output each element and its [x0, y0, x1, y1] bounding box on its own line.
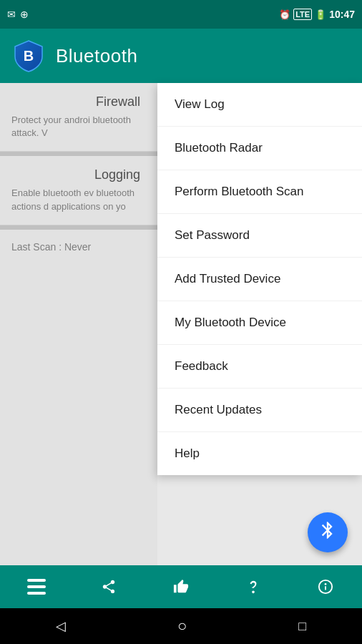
- app-bar: B Bluetooth: [0, 29, 362, 83]
- menu-item-feedback[interactable]: Feedback: [157, 345, 362, 389]
- dropdown-menu: View Log Bluetooth Radar Perform Bluetoo…: [157, 83, 362, 475]
- nav-item-info[interactable]: [290, 565, 362, 608]
- menu-item-add-trusted-device[interactable]: Add Trusted Device: [157, 258, 362, 301]
- menu-item-bluetooth-radar[interactable]: Bluetooth Radar: [157, 127, 362, 170]
- recent-button[interactable]: □: [298, 619, 306, 634]
- svg-text:B: B: [24, 48, 34, 64]
- svg-rect-3: [27, 592, 46, 595]
- menu-item-my-bluetooth-device[interactable]: My Bluetooth Device: [157, 301, 362, 345]
- app-title: Bluetooth: [56, 45, 137, 67]
- menu-overlay: [0, 83, 157, 565]
- bluetooth-fab-icon: [318, 520, 338, 545]
- nav-item-menu[interactable]: [0, 565, 72, 608]
- hamburger-icon: [27, 579, 46, 595]
- back-button[interactable]: ◁: [56, 618, 66, 634]
- menu-item-view-log[interactable]: View Log: [157, 83, 362, 127]
- nav-item-share[interactable]: [72, 565, 145, 608]
- envelope-icon: ✉: [7, 9, 16, 20]
- shield-logo-icon: B: [12, 39, 45, 72]
- svg-rect-2: [27, 585, 46, 588]
- menu-item-perform-bluetooth-scan[interactable]: Perform Bluetooth Scan: [157, 170, 362, 214]
- status-bar-left: ✉ ⊕: [7, 9, 29, 20]
- info-icon: [318, 579, 333, 595]
- help-icon: [245, 579, 261, 595]
- bottom-nav: [0, 565, 362, 608]
- share-icon: [101, 579, 117, 595]
- menu-item-set-password[interactable]: Set Password: [157, 214, 362, 258]
- battery-icon: 🔋: [315, 9, 326, 20]
- bluetooth-fab[interactable]: [308, 512, 348, 552]
- thumbsup-icon: [173, 579, 189, 595]
- menu-item-help[interactable]: Help: [157, 432, 362, 475]
- nav-item-help[interactable]: [217, 565, 290, 608]
- menu-item-recent-updates[interactable]: Recent Updates: [157, 389, 362, 432]
- alarm-icon: ⏰: [279, 9, 290, 20]
- android-icon: ⊕: [20, 9, 29, 20]
- svg-rect-1: [27, 579, 46, 582]
- status-bar: ✉ ⊕ ⏰ LTE 🔋 10:47: [0, 0, 362, 29]
- time-display: 10:47: [329, 9, 355, 20]
- system-nav: ◁ ○ □: [0, 608, 362, 644]
- nav-item-thumbsup[interactable]: [145, 565, 217, 608]
- status-bar-right: ⏰ LTE 🔋 10:47: [279, 9, 355, 20]
- lte-badge: LTE: [293, 9, 312, 20]
- app-logo: B: [11, 39, 46, 73]
- home-button[interactable]: ○: [177, 617, 187, 635]
